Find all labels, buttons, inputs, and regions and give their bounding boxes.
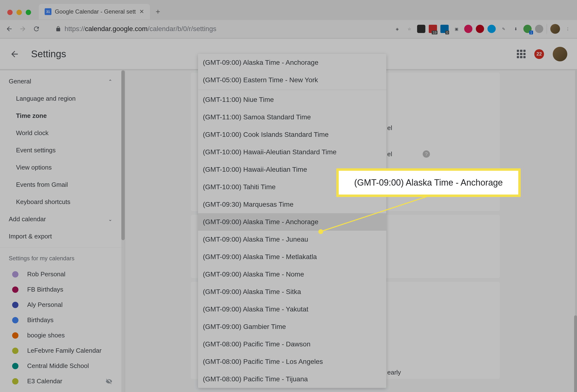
calendar-color-dot [12, 317, 18, 323]
star-icon[interactable]: ☆ [405, 25, 414, 33]
lock-icon [55, 26, 61, 32]
back-button[interactable] [5, 25, 14, 33]
sidebar-item-timezone[interactable]: Time zone [0, 107, 121, 124]
reload-button[interactable] [32, 25, 41, 33]
sidebar-import-export[interactable]: Import & export [0, 228, 121, 245]
address-bar[interactable]: https://calendar.google.com/calendar/b/0… [50, 23, 221, 35]
window-close-button[interactable] [7, 10, 13, 15]
notifications-badge[interactable]: 22 [534, 49, 544, 59]
calendar-name: Aly Personal [27, 301, 63, 309]
timezone-option[interactable]: (GMT-10:00) Hawaii-Aleutian Standard Tim… [198, 143, 386, 161]
calendar-name: E3 Calendar [27, 377, 62, 385]
window-controls [7, 10, 31, 15]
ext-circle-2[interactable] [487, 25, 496, 33]
timezone-option[interactable]: (GMT-08:00) Pacific Time - Tijuana [198, 370, 386, 388]
sidebar-item-eventsettings[interactable]: Event settings [0, 142, 121, 159]
calendar-item[interactable]: Aly Personal [0, 297, 121, 313]
reader-icon[interactable]: ◈ [393, 25, 401, 33]
timezone-option-recent[interactable]: (GMT-09:00) Alaska Time - Anchorage [198, 54, 386, 71]
ext-quill-icon[interactable]: ✎ [499, 25, 508, 33]
tab-title: Google Calendar - General sett [55, 8, 136, 15]
pinterest-icon[interactable] [476, 25, 484, 33]
divider [547, 24, 547, 34]
timezone-option[interactable]: (GMT-11:00) Niue Time [198, 91, 386, 108]
ext-grey-icon[interactable] [535, 25, 543, 33]
sidebar-item-worldclock[interactable]: World clock [0, 124, 121, 142]
sidebar-item-language[interactable]: Language and region [0, 90, 121, 107]
sidebar-add-calendar[interactable]: Add calendar ⌄ [0, 211, 121, 228]
profile-avatar[interactable] [550, 24, 560, 34]
calendar-color-dot [12, 363, 18, 369]
header-actions: 22 [517, 47, 567, 61]
new-tab-button[interactable]: + [156, 7, 160, 16]
sidebar-general[interactable]: General ⌃ [0, 73, 121, 90]
timezone-option[interactable]: (GMT-11:00) Samoa Standard Time [198, 108, 386, 126]
main-scrollbar-thumb[interactable] [574, 315, 577, 392]
visibility-off-icon[interactable] [106, 378, 112, 385]
toolbar-extensions: ◈ ☆ 19 0 ▣ ✎ ⬇ 1 ⋮ [393, 24, 572, 34]
gsuite-icon[interactable]: 1 [523, 25, 532, 33]
timezone-option[interactable]: (GMT-10:00) Cook Islands Standard Time [198, 126, 386, 143]
cast-icon[interactable]: ▣ [452, 25, 461, 33]
callout-connector [318, 194, 430, 235]
sidebar-item-eventsgmail[interactable]: Events from Gmail [0, 176, 121, 193]
calendar-item[interactable]: E3 Calendar [0, 374, 121, 389]
peek-label-1: el [387, 124, 392, 132]
calendar-color-dot [12, 348, 18, 354]
callout-anchor-dot [318, 229, 323, 234]
peek-label-2: el [387, 150, 392, 158]
calendar-item[interactable]: boogie shoes [0, 328, 121, 343]
timezone-option[interactable]: (GMT-09:00) Gambier Time [198, 318, 386, 335]
pocket-icon[interactable] [417, 25, 425, 33]
tab-bar: 31 Google Calendar - General sett ✕ + [39, 4, 160, 19]
timezone-option-recent[interactable]: (GMT-05:00) Eastern Time - New York [198, 71, 386, 89]
calendar-name: boogie shoes [27, 332, 65, 339]
calendar-name: FB Birthdays [27, 286, 63, 293]
calendar-item[interactable]: LeFebvre Family Calendar [0, 343, 121, 358]
window-minimize-button[interactable] [16, 10, 22, 15]
forward-button[interactable] [18, 25, 27, 33]
sidebar-item-viewoptions[interactable]: View options [0, 159, 121, 176]
calendar-color-dot [12, 302, 18, 308]
google-apps-icon[interactable] [517, 50, 526, 58]
help-icon[interactable]: ? [423, 150, 430, 158]
timezone-option[interactable]: (GMT-09:00) Alaska Time - Yakutat [198, 301, 386, 318]
sidebar-scrollbar[interactable] [121, 70, 125, 392]
calendar-color-dot [12, 286, 18, 293]
window-maximize-button[interactable] [26, 10, 31, 15]
kebab-menu-icon[interactable]: ⋮ [563, 25, 572, 33]
calendar-name: Birthdays [27, 316, 53, 324]
ext-circle-1[interactable] [464, 25, 472, 33]
calendar-color-dot [12, 271, 18, 278]
calendar-color-dot [12, 378, 18, 385]
nav-bar: https://calendar.google.com/calendar/b/0… [0, 20, 577, 38]
calendar-color-dot [12, 332, 18, 339]
chevron-down-icon: ⌄ [108, 216, 112, 222]
trello-icon[interactable]: 0 [440, 25, 449, 33]
calendar-name: LeFebvre Family Calendar [27, 347, 102, 355]
calendar-name: Central Middle School [27, 362, 89, 370]
calendar-item[interactable]: Rob Personal [0, 267, 121, 282]
calendar-item[interactable]: FB Birthdays [0, 282, 121, 297]
tab-favicon: 31 [45, 8, 51, 15]
timezone-option[interactable]: (GMT-08:00) Pacific Time - Los Angeles [198, 353, 386, 370]
ext-download-icon[interactable]: ⬇ [511, 25, 520, 33]
ext-badge-icon[interactable]: 19 [429, 25, 437, 33]
calendar-item[interactable]: Birthdays [0, 313, 121, 328]
tab-close-icon[interactable]: ✕ [139, 8, 144, 15]
sidebar-item-keyboard[interactable]: Keyboard shortcuts [0, 193, 121, 211]
account-avatar[interactable] [553, 47, 567, 61]
url-text: https://calendar.google.com/calendar/b/0… [65, 25, 216, 33]
browser-chrome: 31 Google Calendar - General sett ✕ + ht… [0, 0, 577, 39]
timezone-option[interactable]: (GMT-09:00) Alaska Time - Metlakatla [198, 248, 386, 266]
tutorial-callout: (GMT-09:00) Alaska Time - Anchorage [336, 168, 521, 197]
dropdown-divider [198, 90, 386, 90]
browser-tab[interactable]: 31 Google Calendar - General sett ✕ [39, 4, 150, 19]
settings-back-button[interactable] [10, 49, 19, 59]
sidebar-scrollbar-thumb[interactable] [121, 70, 125, 240]
timezone-option[interactable]: (GMT-08:00) Pacific Time - Dawson [198, 335, 386, 353]
timezone-option[interactable]: (GMT-09:00) Alaska Time - Nome [198, 266, 386, 283]
calendar-item[interactable]: Central Middle School [0, 358, 121, 374]
peek-early: early [387, 369, 401, 376]
timezone-option[interactable]: (GMT-09:00) Alaska Time - Sitka [198, 283, 386, 301]
